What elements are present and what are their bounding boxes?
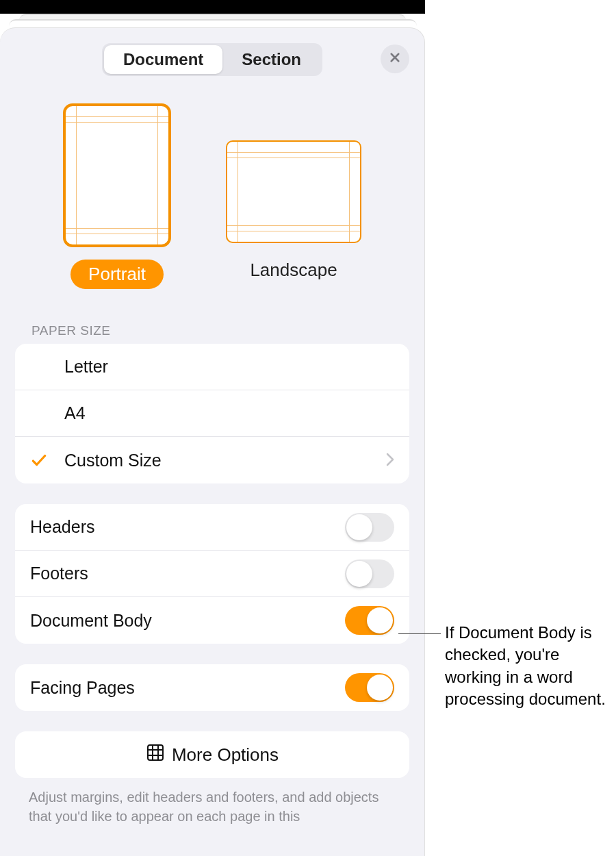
close-button[interactable] — [381, 45, 409, 73]
sheet-stack — [0, 14, 425, 26]
landscape-label: Landscape — [232, 255, 355, 285]
tab-segmented-control: Document Section — [102, 43, 322, 76]
toggle-footers[interactable] — [345, 559, 394, 588]
row-label: Custom Size — [64, 451, 386, 470]
callout-text: If Document Body is checked, you're work… — [445, 622, 613, 711]
portrait-label: Portrait — [70, 260, 164, 289]
tab-section[interactable]: Section — [222, 45, 320, 74]
more-options-card: More Options — [15, 731, 409, 778]
paper-size-a4[interactable]: A4 — [15, 390, 409, 437]
document-settings-panel: Document Section Portrait Landscape PAPE… — [0, 27, 425, 856]
orientation-landscape[interactable]: Landscape — [226, 103, 361, 289]
grid-icon — [146, 743, 165, 767]
row-headers: Headers — [15, 504, 409, 551]
orientation-selector: Portrait Landscape — [15, 103, 409, 289]
row-label: Document Body — [30, 611, 345, 631]
paper-size-custom[interactable]: Custom Size — [15, 437, 409, 483]
row-document-body: Document Body — [15, 597, 409, 644]
row-label: Footers — [30, 564, 345, 583]
row-facing-pages: Facing Pages — [15, 664, 409, 711]
close-icon — [389, 51, 401, 66]
toggle-document-body[interactable] — [345, 606, 394, 635]
row-label: Facing Pages — [30, 678, 345, 698]
paper-size-list: Letter A4 Custom Size — [15, 344, 409, 483]
toggles-list: Headers Footers Document Body — [15, 504, 409, 644]
toggle-headers[interactable] — [345, 513, 394, 542]
paper-size-header: PAPER SIZE — [31, 323, 409, 338]
callout-leader-line — [398, 633, 441, 634]
checkmark-icon — [30, 451, 64, 469]
landscape-thumb-icon — [226, 140, 361, 243]
row-label: A4 — [64, 403, 394, 423]
orientation-portrait[interactable]: Portrait — [63, 103, 171, 289]
toggle-facing-pages[interactable] — [345, 673, 394, 702]
more-options-label: More Options — [172, 744, 279, 766]
chevron-right-icon — [386, 451, 394, 470]
portrait-thumb-icon — [63, 103, 171, 247]
status-bar — [0, 0, 425, 14]
facing-pages-card: Facing Pages — [15, 664, 409, 711]
svg-rect-0 — [148, 745, 163, 760]
more-options-button[interactable]: More Options — [15, 731, 409, 778]
more-options-description: Adjust margins, edit headers and footers… — [29, 788, 396, 826]
tab-document[interactable]: Document — [104, 45, 222, 74]
row-label: Headers — [30, 517, 345, 537]
paper-size-letter[interactable]: Letter — [15, 344, 409, 390]
row-label: Letter — [64, 357, 394, 377]
row-footers: Footers — [15, 551, 409, 597]
panel-header: Document Section — [15, 43, 409, 76]
